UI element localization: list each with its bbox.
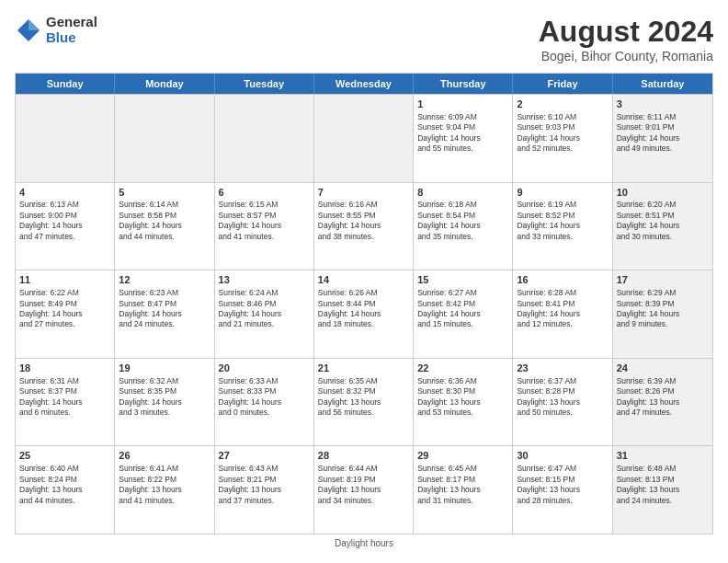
day-info: Daylight: 14 hours: [219, 309, 310, 319]
day-info: and 50 minutes.: [517, 408, 608, 418]
calendar-day-header: Thursday: [414, 74, 513, 94]
calendar-cell: 8Sunrise: 6:18 AMSunset: 8:54 PMDaylight…: [414, 183, 513, 270]
day-info: Daylight: 14 hours: [119, 397, 210, 408]
calendar-day-header: Sunday: [16, 74, 115, 94]
calendar-day-header: Wednesday: [314, 74, 414, 94]
calendar-cell: 14Sunrise: 6:26 AMSunset: 8:44 PMDayligh…: [314, 270, 414, 358]
day-info: Daylight: 13 hours: [417, 397, 508, 408]
day-info: Daylight: 14 hours: [517, 133, 608, 144]
day-info: and 9 minutes.: [617, 319, 709, 329]
calendar-day-header: Tuesday: [215, 74, 314, 94]
day-info: Sunrise: 6:47 AM: [517, 464, 608, 474]
calendar-cell: 19Sunrise: 6:32 AMSunset: 8:35 PMDayligh…: [115, 359, 214, 446]
day-info: and 27 minutes.: [19, 319, 110, 329]
calendar-cell: 2Sunrise: 6:10 AMSunset: 9:03 PMDaylight…: [513, 95, 612, 182]
calendar-cell: 17Sunrise: 6:29 AMSunset: 8:39 PMDayligh…: [613, 270, 712, 358]
day-info: Sunrise: 6:23 AM: [119, 288, 210, 298]
day-info: Sunrise: 6:10 AM: [517, 112, 608, 122]
day-info: and 15 minutes.: [417, 319, 508, 329]
day-info: and 31 minutes.: [417, 496, 508, 506]
calendar-cell: [16, 95, 115, 182]
calendar-cell: 4Sunrise: 6:13 AMSunset: 9:00 PMDaylight…: [16, 183, 115, 270]
day-number: 3: [617, 98, 709, 111]
day-number: 27: [219, 449, 310, 463]
day-info: Sunrise: 6:11 AM: [617, 112, 709, 122]
day-info: Sunrise: 6:15 AM: [219, 200, 310, 210]
day-number: 2: [517, 98, 608, 111]
calendar-cell: 26Sunrise: 6:41 AMSunset: 8:22 PMDayligh…: [115, 446, 214, 534]
day-info: Sunset: 8:47 PM: [119, 299, 210, 309]
header: General Blue August 2024 Bogei, Bihor Co…: [15, 15, 713, 63]
day-number: 30: [517, 449, 608, 463]
day-info: Sunset: 8:19 PM: [318, 475, 409, 485]
day-number: 4: [19, 186, 110, 200]
calendar-cell: [215, 95, 314, 182]
day-info: Sunset: 8:28 PM: [517, 386, 608, 396]
day-number: 9: [517, 186, 608, 200]
calendar-day-header: Saturday: [613, 74, 712, 94]
calendar-cell: 30Sunrise: 6:47 AMSunset: 8:15 PMDayligh…: [513, 446, 612, 534]
day-info: Daylight: 14 hours: [19, 221, 110, 231]
day-info: Sunrise: 6:41 AM: [119, 464, 210, 474]
day-number: 18: [19, 362, 110, 375]
day-number: 31: [617, 449, 709, 463]
calendar-cell: 10Sunrise: 6:20 AMSunset: 8:51 PMDayligh…: [613, 183, 712, 270]
calendar-week-row: 4Sunrise: 6:13 AMSunset: 9:00 PMDaylight…: [16, 182, 712, 270]
day-number: 23: [517, 362, 608, 375]
calendar-cell: 16Sunrise: 6:28 AMSunset: 8:41 PMDayligh…: [513, 270, 612, 358]
day-info: Sunset: 9:04 PM: [417, 122, 508, 132]
day-info: Daylight: 14 hours: [617, 221, 709, 231]
calendar-cell: 31Sunrise: 6:48 AMSunset: 8:13 PMDayligh…: [613, 446, 712, 534]
logo-icon: [15, 17, 42, 44]
calendar-header: SundayMondayTuesdayWednesdayThursdayFrid…: [16, 74, 712, 94]
day-info: Daylight: 14 hours: [19, 309, 110, 319]
calendar-cell: 11Sunrise: 6:22 AMSunset: 8:49 PMDayligh…: [16, 270, 115, 358]
day-info: Sunrise: 6:35 AM: [318, 376, 409, 386]
day-info: Daylight: 14 hours: [19, 397, 110, 408]
day-info: Sunset: 8:37 PM: [19, 386, 110, 396]
calendar-week-row: 1Sunrise: 6:09 AMSunset: 9:04 PMDaylight…: [16, 94, 712, 182]
calendar-cell: 21Sunrise: 6:35 AMSunset: 8:32 PMDayligh…: [314, 359, 414, 446]
calendar-week-row: 25Sunrise: 6:40 AMSunset: 8:24 PMDayligh…: [16, 445, 712, 534]
day-number: 12: [119, 273, 210, 287]
page-title: August 2024: [539, 15, 713, 49]
day-info: Sunset: 8:35 PM: [119, 386, 210, 396]
day-info: and 24 minutes.: [119, 319, 210, 329]
day-info: Daylight: 14 hours: [417, 221, 508, 231]
day-info: Sunrise: 6:27 AM: [417, 288, 508, 298]
day-info: Daylight: 14 hours: [119, 221, 210, 231]
day-number: 29: [417, 449, 508, 463]
logo-general-text: General: [46, 15, 97, 30]
day-info: Sunset: 8:22 PM: [119, 475, 210, 485]
day-number: 26: [119, 449, 210, 463]
day-info: Sunrise: 6:36 AM: [417, 376, 508, 386]
day-info: Daylight: 14 hours: [417, 309, 508, 319]
day-info: Sunset: 8:52 PM: [517, 211, 608, 221]
day-info: Daylight: 13 hours: [19, 485, 110, 495]
day-number: 13: [219, 273, 310, 287]
logo: General Blue: [15, 15, 97, 45]
day-number: 11: [19, 273, 110, 287]
day-info: Sunset: 8:46 PM: [219, 299, 310, 309]
day-info: Sunrise: 6:40 AM: [19, 464, 110, 474]
svg-marker-1: [28, 19, 40, 30]
calendar-cell: [314, 95, 414, 182]
day-info: Daylight: 14 hours: [318, 309, 409, 319]
day-info: Sunrise: 6:37 AM: [517, 376, 608, 386]
day-number: 21: [318, 362, 409, 375]
day-info: Daylight: 14 hours: [617, 133, 709, 144]
day-info: and 3 minutes.: [119, 408, 210, 418]
day-info: Sunset: 8:49 PM: [19, 299, 110, 309]
day-info: Sunset: 8:57 PM: [219, 211, 310, 221]
day-info: Sunset: 8:17 PM: [417, 475, 508, 485]
day-info: and 24 minutes.: [617, 496, 709, 506]
day-number: 14: [318, 273, 409, 287]
day-info: Daylight: 14 hours: [318, 221, 409, 231]
logo-text: General Blue: [46, 15, 97, 45]
day-info: and 41 minutes.: [119, 496, 210, 506]
calendar-cell: 24Sunrise: 6:39 AMSunset: 8:26 PMDayligh…: [613, 359, 712, 446]
day-info: Sunrise: 6:13 AM: [19, 200, 110, 210]
page-subtitle: Bogei, Bihor County, Romania: [539, 49, 713, 63]
day-info: Daylight: 14 hours: [219, 221, 310, 231]
day-info: Daylight: 13 hours: [417, 485, 508, 495]
